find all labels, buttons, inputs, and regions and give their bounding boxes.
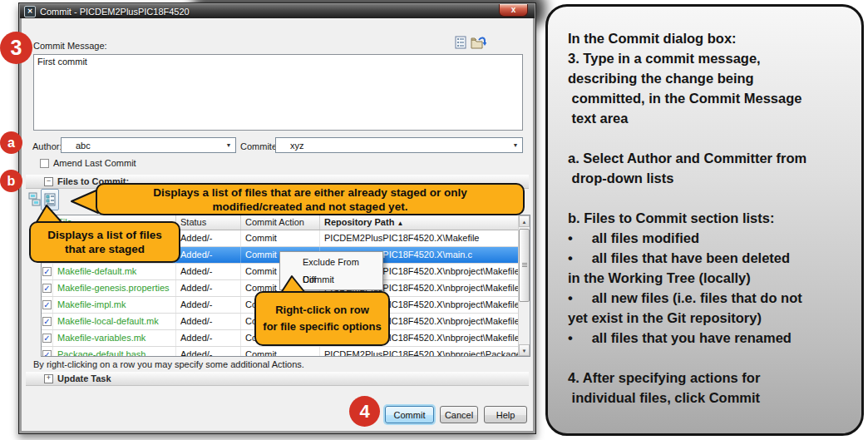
text-line: Displays a list of files that are either… [153, 185, 466, 200]
text-line: Right-click on row [275, 302, 369, 319]
status-cell: Added/- [176, 347, 241, 357]
commit-message-text: First commit [37, 57, 87, 67]
table-row[interactable]: ✓ Package-default.bash Added/- Commit PI… [42, 347, 530, 357]
message-history-icon[interactable] [455, 36, 466, 53]
dialog-title: Commit - PICDEM2PlusPIC18F4520 [40, 7, 190, 17]
update-task-label: Update Task [57, 373, 111, 383]
text-line: b. Files to Commit section lists: [568, 208, 850, 228]
file-name-cell[interactable]: Makefile-genesis.properties [53, 280, 176, 296]
dialog-buttons: Commit Cancel Help [19, 406, 535, 424]
callout-right-click: Right-click on rowfor file specific opti… [254, 291, 390, 346]
amend-checkbox[interactable] [40, 159, 49, 168]
file-checkbox[interactable]: ✓ [42, 350, 52, 357]
row-checkbox-cell: ✓ [42, 314, 53, 329]
status-cell: Added/- [176, 280, 241, 296]
author-label: Author: [32, 141, 62, 151]
text-line: that are staged [65, 242, 145, 256]
commit-dialog: ✕ Commit - PICDEM2PlusPIC18F4520 x Commi… [18, 2, 536, 434]
collapse-icon[interactable]: − [44, 177, 53, 186]
file-checkbox[interactable]: ✓ [42, 284, 52, 293]
status-cell: Added/- [176, 247, 241, 263]
text-line: modified/created and not staged yet. [213, 200, 408, 214]
thumb-grip [522, 263, 527, 268]
text-line: Displays a list of files [47, 228, 161, 242]
text-line: for file specific options [263, 319, 381, 335]
row-checkbox-cell: ✓ [42, 347, 53, 357]
commit-message-textarea[interactable]: First commit [33, 54, 523, 131]
status-cell: Added/- [176, 330, 241, 346]
status-cell: Added/- [176, 314, 241, 329]
step-badge-3: 3 [0, 32, 32, 64]
scroll-down-icon[interactable]: ▼ [519, 344, 530, 356]
table-hint-text: By right-clicking on a row you may speci… [33, 359, 304, 369]
expand-icon[interactable]: + [44, 374, 53, 383]
text-line: • all new files (i.e. files that do not [568, 288, 850, 308]
screenshot-root: ✕ Commit - PICDEM2PlusPIC18F4520 x Commi… [0, 0, 868, 440]
load-message-icon[interactable] [471, 36, 486, 53]
repository-path-cell: PICDEM2PlusPIC18F4520.X\Makefile [320, 230, 520, 246]
text-line: 3. Type in a commit message, [568, 48, 850, 68]
instruction-panel: In the Commit dialog box:3. Type in a co… [545, 4, 864, 436]
text-line: In the Commit dialog box: [568, 28, 850, 48]
step-badge-a: a [0, 131, 22, 154]
text-line: describing the change being [568, 68, 850, 88]
amend-row: Amend Last Commit [40, 158, 136, 168]
text-line: • all files that you have renamed [568, 328, 850, 348]
dialog-titlebar[interactable]: ✕ Commit - PICDEM2PlusPIC18F4520 x [20, 4, 535, 18]
row-checkbox-cell: ✓ [42, 280, 53, 296]
commit-action-cell[interactable]: Commit [241, 230, 320, 246]
text-line: in the Working Tree (locally) [568, 268, 850, 288]
file-name-cell[interactable]: Makefile-variables.mk [53, 330, 176, 346]
column-commit-action[interactable]: Commit Action [241, 215, 320, 230]
close-button[interactable]: x [499, 4, 528, 17]
chevron-down-icon[interactable]: ▼ [222, 142, 235, 148]
text-line [568, 188, 850, 208]
scrollbar-thumb[interactable] [519, 229, 530, 302]
callout-staged-or-modified: Displays a list of files that are either… [96, 183, 525, 215]
file-name-cell[interactable]: Makefile-impl.mk [53, 297, 176, 313]
repository-path-cell: PICDEM2PlusPIC18F4520.X\nbproject\Packag… [320, 347, 520, 357]
author-value: abc [62, 141, 222, 151]
row-checkbox-cell: ✓ [42, 264, 53, 279]
row-checkbox-cell: ✓ [42, 330, 53, 346]
help-button[interactable]: Help [484, 406, 527, 423]
text-line: text area [568, 108, 850, 128]
text-line: individual files, click Commit [568, 388, 850, 408]
file-name-cell[interactable]: Package-default.bash [53, 347, 176, 357]
window-icon: ✕ [24, 6, 36, 17]
text-line [568, 348, 850, 368]
table-scrollbar[interactable]: ▲ ▼ [518, 215, 530, 356]
sort-asc-icon: ▲ [397, 220, 403, 227]
file-checkbox[interactable]: ✓ [42, 267, 52, 276]
menu-item[interactable]: Exclude From Commit [280, 254, 382, 271]
status-cell: Added/- [176, 264, 241, 279]
file-name-cell[interactable]: Makefile-local-default.mk [53, 314, 176, 329]
chevron-down-icon[interactable]: ▼ [509, 142, 522, 148]
status-cell: Added/- [176, 230, 241, 246]
author-dropdown[interactable]: abc ▼ [61, 137, 236, 153]
file-name-cell[interactable]: Makefile-default.mk [53, 264, 176, 279]
column-repository-path[interactable]: Repository Path ▲ [320, 215, 520, 230]
file-checkbox[interactable]: ✓ [42, 334, 52, 343]
text-line: a. Select Author and Committer from [568, 148, 850, 168]
step-badge-b: b [0, 170, 22, 192]
update-task-header[interactable]: + Update Task [26, 372, 529, 386]
callout-staged-list: Displays a list of filesthat are staged [29, 221, 180, 263]
text-line: drop-down lists [568, 168, 850, 188]
scroll-up-icon[interactable]: ▲ [519, 215, 530, 227]
amend-label: Amend Last Commit [53, 158, 136, 168]
text-line: 4. After specifying actions for [568, 368, 850, 388]
file-checkbox[interactable]: ✓ [42, 317, 52, 326]
text-line: • all files modified [568, 228, 850, 248]
file-checkbox[interactable]: ✓ [42, 300, 52, 309]
instruction-text: In the Commit dialog box:3. Type in a co… [568, 28, 850, 408]
column-status[interactable]: Status [176, 215, 241, 230]
commit-action-cell[interactable]: Commit [241, 347, 320, 357]
text-line [568, 128, 850, 148]
cancel-button[interactable]: Cancel [440, 406, 478, 423]
committer-value: xyz [276, 141, 509, 151]
text-line: committed, in the Commit Message [568, 88, 850, 108]
commit-button[interactable]: Commit [385, 406, 434, 423]
step-badge-4: 4 [349, 396, 380, 427]
committer-dropdown[interactable]: xyz ▼ [275, 137, 523, 153]
